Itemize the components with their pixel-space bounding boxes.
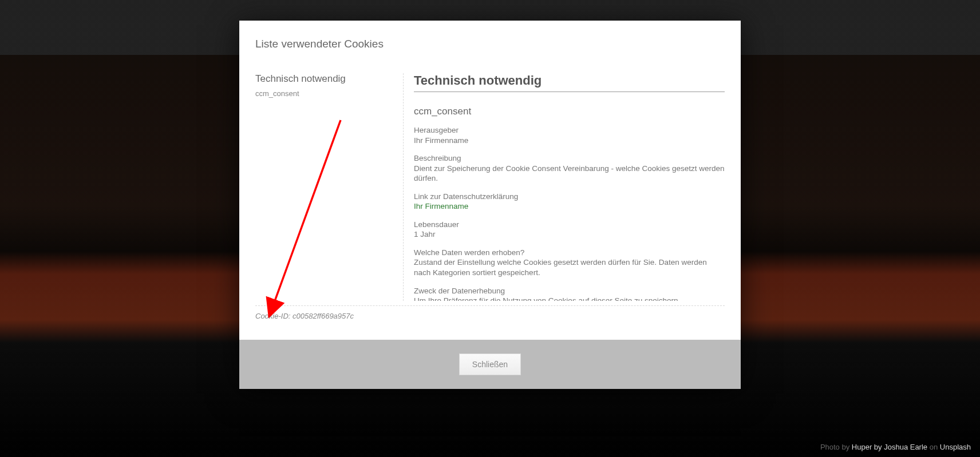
sidebar-cookie-item[interactable]: ccm_consent bbox=[255, 89, 387, 98]
detail-field-herausgeber: Herausgeber Ihr Firmenname bbox=[414, 125, 725, 145]
cookie-modal: Liste verwendeter Cookies Technisch notw… bbox=[239, 21, 741, 389]
credit-source[interactable]: Unsplash bbox=[940, 443, 971, 451]
cookie-detail-panel[interactable]: Technisch notwendig ccm_consent Herausge… bbox=[403, 73, 725, 301]
field-label: Link zur Datenschutzerklärung bbox=[414, 192, 725, 202]
field-label: Welche Daten werden erhoben? bbox=[414, 248, 725, 258]
field-value: 1 Jahr bbox=[414, 229, 725, 240]
close-button[interactable]: Schließen bbox=[459, 353, 521, 375]
privacy-policy-link[interactable]: Ihr Firmenname bbox=[414, 202, 468, 210]
credit-author[interactable]: Huper by Joshua Earle bbox=[852, 443, 927, 451]
field-value: Zustand der Einstellung welche Cookies g… bbox=[414, 257, 725, 277]
field-label: Beschreibung bbox=[414, 153, 725, 164]
detail-field-link: Link zur Datenschutzerklärung Ihr Firmen… bbox=[414, 192, 725, 212]
cookie-id-label: Cookie-ID: bbox=[255, 312, 290, 320]
field-label: Zweck der Datenerhebung bbox=[414, 286, 725, 296]
detail-cookie-name: ccm_consent bbox=[414, 106, 725, 117]
modal-columns: Technisch notwendig ccm_consent Technisc… bbox=[255, 73, 725, 301]
field-label: Lebensdauer bbox=[414, 220, 725, 230]
photo-credit: Photo by Huper by Joshua Earle on Unspla… bbox=[820, 443, 971, 451]
detail-field-daten: Welche Daten werden erhoben? Zustand der… bbox=[414, 248, 725, 278]
modal-body: Liste verwendeter Cookies Technisch notw… bbox=[239, 21, 741, 340]
cookie-category-sidebar: Technisch notwendig ccm_consent bbox=[255, 73, 387, 301]
field-label: Herausgeber bbox=[414, 125, 725, 136]
modal-title: Liste verwendeter Cookies bbox=[255, 38, 725, 50]
detail-category-title: Technisch notwendig bbox=[414, 73, 725, 92]
field-value: Um Ihre Präferenz für die Nutzung von Co… bbox=[414, 296, 725, 301]
credit-prefix: Photo by bbox=[820, 443, 849, 451]
field-value: Ihr Firmenname bbox=[414, 136, 725, 146]
credit-on: on bbox=[930, 443, 938, 451]
sidebar-category-title: Technisch notwendig bbox=[255, 73, 387, 85]
detail-field-zweck: Zweck der Datenerhebung Um Ihre Präferen… bbox=[414, 286, 725, 301]
field-value: Dient zur Speicherung der Cookie Consent… bbox=[414, 164, 725, 184]
cookie-id: Cookie-ID: c00582ff669a957c bbox=[255, 306, 725, 328]
detail-field-lebensdauer: Lebensdauer 1 Jahr bbox=[414, 220, 725, 240]
modal-footer: Schließen bbox=[239, 340, 741, 389]
cookie-id-value: c00582ff669a957c bbox=[293, 312, 354, 320]
detail-field-beschreibung: Beschreibung Dient zur Speicherung der C… bbox=[414, 153, 725, 184]
